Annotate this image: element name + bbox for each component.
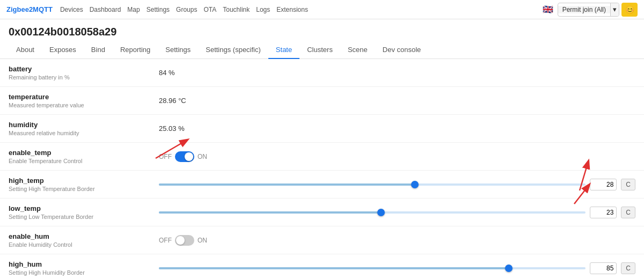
tab-scene[interactable]: Scene <box>340 41 375 59</box>
name-enable_temp: enable_temp <box>9 149 159 157</box>
row-temperature: temperature Measured temperature value28… <box>0 87 644 115</box>
tab-exposes[interactable]: Exposes <box>42 41 84 59</box>
row-enable_temp: enable_temp Enable Temperature Control O… <box>0 143 644 171</box>
slider-input-high_hum[interactable] <box>590 262 617 274</box>
nav-item-settings[interactable]: Settings <box>143 4 173 16</box>
tab-about[interactable]: About <box>9 41 42 59</box>
slider-unit-btn-high_temp[interactable]: C <box>621 179 635 190</box>
permit-join-btn[interactable]: Permit join (All) ▾ <box>558 3 619 17</box>
page-title: 0x00124b0018058a29 <box>0 19 644 41</box>
slider-track-low_temp <box>159 211 586 214</box>
name-temperature: temperature <box>9 93 159 101</box>
brand[interactable]: Zigbee2MQTT <box>6 5 53 13</box>
toggle-switch-enable_hum[interactable] <box>175 235 194 246</box>
toggle-off-label-enable_hum: OFF <box>159 237 172 244</box>
toggle-on-label-enable_temp: ON <box>197 153 207 160</box>
value-high_temp: C <box>159 179 635 190</box>
tab-settings--specific-[interactable]: Settings (specific) <box>198 41 268 59</box>
nav-item-extensions[interactable]: Extensions <box>273 4 311 16</box>
desc-battery: Remaining battery in % <box>9 74 159 80</box>
label-high_hum: high_hum Setting High Humidity Border <box>9 260 159 276</box>
slider-area-high_hum: C <box>159 262 635 274</box>
slider-thumb-high_temp[interactable] <box>411 181 419 188</box>
row-humidity: humidity Measured relative humidity25.03… <box>0 115 644 143</box>
desc-low_temp: Setting Low Temperature Border <box>9 214 159 220</box>
row-low_temp: low_temp Setting Low Temperature Border … <box>0 199 644 226</box>
value-text-temperature: 28.96 °C <box>159 97 186 105</box>
tab-reporting[interactable]: Reporting <box>113 41 158 59</box>
toggle-thumb-enable_temp <box>185 152 193 161</box>
desc-enable_temp: Enable Temperature Control <box>9 158 159 164</box>
tab-dev-console[interactable]: Dev console <box>375 41 429 59</box>
flag-icon[interactable]: 🇬🇧 <box>540 4 555 15</box>
toggle-off-label-enable_temp: OFF <box>159 153 172 160</box>
toggle-thumb-enable_hum <box>176 236 185 245</box>
label-high_temp: high_temp Setting High Temperature Borde… <box>9 177 159 192</box>
smiley-button[interactable]: 😊 <box>621 3 638 17</box>
slider-thumb-low_temp[interactable] <box>377 209 385 216</box>
toggle-on-label-enable_hum: ON <box>197 237 207 244</box>
desc-enable_hum: Enable Humidity Control <box>9 241 159 248</box>
name-low_temp: low_temp <box>9 204 159 212</box>
value-temperature: 28.96 °C <box>159 97 635 105</box>
slider-wrapper-high_temp <box>159 179 586 190</box>
value-enable_hum: OFF ON <box>159 235 635 246</box>
slider-fill-low_temp <box>159 211 381 214</box>
label-battery: battery Remaining battery in % <box>9 65 159 80</box>
desc-high_hum: Setting High Humidity Border <box>9 269 159 276</box>
nav-item-dashboard[interactable]: Dashboard <box>86 4 125 16</box>
value-humidity: 25.03 % <box>159 124 635 133</box>
slider-track-high_hum <box>159 267 586 269</box>
content: battery Remaining battery in %84 %temper… <box>0 59 644 279</box>
slider-wrapper-low_temp <box>159 207 586 218</box>
value-high_hum: C <box>159 262 635 274</box>
tabs: AboutExposesBindReportingSettingsSetting… <box>0 41 644 59</box>
toggle-group-enable_temp: OFF ON <box>159 151 207 162</box>
slider-thumb-high_hum[interactable] <box>505 265 513 272</box>
desc-temperature: Measured temperature value <box>9 102 159 108</box>
nav-items: DevicesDashboardMapSettingsGroupsOTATouc… <box>57 5 311 13</box>
tab-clusters[interactable]: Clusters <box>299 41 340 59</box>
toggle-switch-enable_temp[interactable] <box>175 151 194 162</box>
name-high_temp: high_temp <box>9 177 159 185</box>
toggle-group-enable_hum: OFF ON <box>159 235 207 246</box>
tab-state[interactable]: State <box>268 41 299 59</box>
nav-item-ota[interactable]: OTA <box>200 4 219 16</box>
slider-unit-btn-low_temp[interactable]: C <box>621 207 635 218</box>
slider-area-low_temp: C <box>159 207 635 218</box>
slider-area-high_temp: C <box>159 179 635 190</box>
slider-fill-high_hum <box>159 267 509 269</box>
label-humidity: humidity Measured relative humidity <box>9 121 159 136</box>
nav-item-touchlink[interactable]: Touchlink <box>219 4 253 16</box>
row-high_temp: high_temp Setting High Temperature Borde… <box>0 171 644 199</box>
permit-join-arrow[interactable]: ▾ <box>610 3 619 16</box>
label-low_temp: low_temp Setting Low Temperature Border <box>9 204 159 220</box>
slider-wrapper-high_hum <box>159 263 586 274</box>
permit-join-label: Permit join (All) <box>558 6 610 13</box>
value-text-humidity: 25.03 % <box>159 124 185 133</box>
nav-item-logs[interactable]: Logs <box>253 4 273 16</box>
name-high_hum: high_hum <box>9 260 159 268</box>
slider-unit-btn-high_hum[interactable]: C <box>621 262 635 274</box>
slider-input-low_temp[interactable] <box>590 207 617 218</box>
tab-bind[interactable]: Bind <box>84 41 113 59</box>
row-enable_hum: enable_hum Enable Humidity Control OFF O… <box>0 226 644 254</box>
tab-settings[interactable]: Settings <box>158 41 198 59</box>
row-high_hum: high_hum Setting High Humidity Border C <box>0 254 644 279</box>
name-humidity: humidity <box>9 121 159 129</box>
value-text-battery: 84 % <box>159 69 175 77</box>
row-battery: battery Remaining battery in %84 % <box>0 59 644 87</box>
name-enable_hum: enable_hum <box>9 232 159 240</box>
name-battery: battery <box>9 65 159 73</box>
value-low_temp: C <box>159 207 635 218</box>
nav-item-devices[interactable]: Devices <box>57 4 86 16</box>
label-enable_temp: enable_temp Enable Temperature Control <box>9 149 159 164</box>
label-enable_hum: enable_hum Enable Humidity Control <box>9 232 159 248</box>
nav-item-groups[interactable]: Groups <box>173 4 200 16</box>
nav-item-map[interactable]: Map <box>124 4 143 16</box>
slider-input-high_temp[interactable] <box>590 179 617 190</box>
slider-fill-high_temp <box>159 183 415 186</box>
desc-humidity: Measured relative humidity <box>9 130 159 136</box>
slider-track-high_temp <box>159 183 586 186</box>
value-battery: 84 % <box>159 69 635 77</box>
